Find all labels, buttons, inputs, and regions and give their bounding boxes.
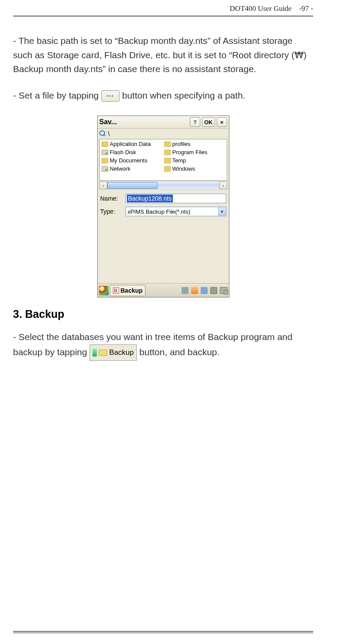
taskbar-app-button[interactable]: B Backup	[110, 285, 146, 296]
backup-button[interactable]: Backup	[89, 344, 137, 361]
tray-volume-icon[interactable]	[191, 287, 198, 294]
header-rule	[13, 16, 313, 17]
folder-icon	[164, 150, 171, 155]
paragraph-2-pre: - Set a file by tapping	[13, 90, 101, 100]
drive-icon	[102, 166, 108, 172]
tray-keyboard-icon[interactable]	[210, 287, 217, 294]
folder-icon	[164, 166, 171, 172]
help-button[interactable]: ?	[190, 117, 200, 127]
tray-windows-icon[interactable]	[220, 287, 228, 294]
filename-value: Backup1208.nts	[127, 195, 173, 202]
ok-button[interactable]: OK	[202, 117, 215, 127]
folder-icon	[164, 158, 171, 163]
backup-button-label: Backup	[109, 347, 134, 358]
folder-icon	[102, 158, 108, 163]
footer-rule	[13, 631, 313, 634]
type-label: Type:	[100, 208, 122, 215]
horizontal-scrollbar[interactable]: ‹ ›	[99, 182, 227, 189]
help-icon: ?	[193, 119, 197, 125]
doc-title: DOT400 User Guide	[230, 4, 292, 13]
file-list[interactable]: Application Data Flash Disk My Documents…	[99, 139, 227, 181]
dialog-title: Sav...	[99, 118, 119, 126]
taskbar-app-label: Backup	[121, 287, 143, 294]
list-item[interactable]: My Documents	[101, 157, 163, 164]
filetype-combo[interactable]: xPIMS Backup File(*.nts) ▼	[126, 207, 226, 216]
page-number: -97 -	[299, 4, 313, 13]
dialog-titlebar: Sav... ? OK ×	[98, 116, 229, 129]
scroll-thumb[interactable]	[107, 182, 158, 189]
paragraph-3-post: button, and backup.	[139, 347, 219, 357]
scroll-right-button[interactable]: ›	[219, 182, 227, 189]
tray-icons	[182, 287, 228, 294]
list-item[interactable]: Flash Disk	[101, 149, 163, 156]
paragraph-1: - The basic path is set to “Backup month…	[13, 34, 313, 76]
list-item[interactable]: Network	[101, 165, 163, 172]
folder-icon	[99, 350, 107, 356]
close-button[interactable]: ×	[217, 117, 227, 127]
chevron-down-icon[interactable]: ▼	[218, 207, 226, 216]
ellipsis-button[interactable]: ⋯	[101, 90, 119, 102]
start-button[interactable]	[99, 286, 109, 295]
dialog-spacer	[98, 218, 229, 283]
tray-icon[interactable]	[201, 287, 208, 294]
paragraph-2: - Set a file by tapping ⋯ button when sp…	[13, 89, 313, 103]
list-item[interactable]: Windows	[163, 165, 226, 172]
path-bar: \	[98, 129, 229, 138]
search-icon	[99, 130, 106, 137]
app-badge-icon: B	[113, 287, 119, 294]
scroll-left-button[interactable]: ‹	[99, 182, 107, 189]
tray-icon[interactable]	[182, 287, 189, 294]
folder-icon	[102, 142, 108, 147]
filename-input[interactable]: Backup1208.nts	[126, 194, 226, 203]
list-item[interactable]: profiles	[163, 140, 226, 148]
paragraph-2-post: button when specifying a path.	[122, 90, 245, 100]
section-heading-backup: 3. Backup	[13, 308, 313, 320]
folder-icon	[164, 142, 171, 147]
list-item[interactable]: Temp	[163, 157, 226, 164]
save-dialog: Sav... ? OK × \ Application Data Flash D…	[97, 116, 229, 297]
page-header: DOT400 User Guide -97 -	[13, 4, 313, 16]
paragraph-3: - Select the databases you want in tree …	[13, 330, 313, 361]
filetype-value: xPIMS Backup File(*.nts)	[126, 208, 218, 215]
device-icon	[93, 349, 97, 357]
list-item[interactable]: Application Data	[101, 140, 163, 148]
taskbar: B Backup	[98, 283, 229, 297]
drive-icon	[102, 150, 108, 155]
name-label: Name:	[100, 195, 122, 202]
current-path: \	[108, 130, 110, 137]
scroll-track[interactable]	[107, 182, 219, 189]
list-item[interactable]: Program Files	[163, 149, 226, 156]
